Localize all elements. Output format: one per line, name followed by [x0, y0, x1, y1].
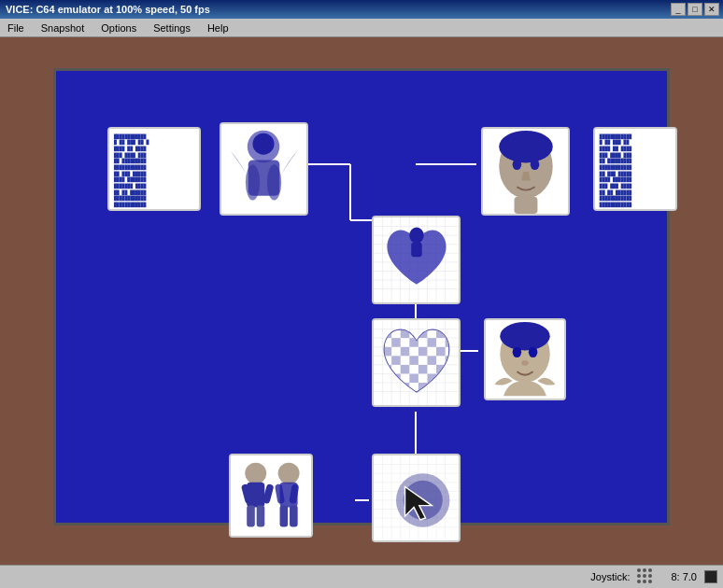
svg-text:███ ███ ████: ███ ███ ████	[599, 183, 632, 189]
svg-rect-94	[391, 338, 401, 347]
card-3-content	[483, 129, 568, 214]
card-2[interactable]	[220, 122, 308, 216]
svg-text:██ ██ ██████: ██ ██ ██████	[113, 189, 147, 195]
svg-point-122	[513, 346, 522, 357]
menu-settings[interactable]: Settings	[149, 21, 194, 35]
svg-rect-103	[391, 356, 401, 365]
dot-8	[643, 580, 646, 583]
card-1-content: ████████████ █ ██ ███ ██ █ ████ ██ ████ …	[109, 129, 199, 209]
svg-text:██ █████████: ██ █████████	[599, 158, 632, 164]
card-6[interactable]	[372, 318, 461, 407]
svg-rect-107	[427, 356, 436, 365]
joystick-indicator	[637, 568, 654, 585]
svg-point-23	[253, 133, 275, 154]
window-title: VICE: C64 emulator at 100% speed, 50 fps	[4, 4, 210, 15]
svg-text:██ ██ ██████: ██ ██ ██████	[599, 189, 632, 195]
svg-point-124	[521, 359, 529, 365]
svg-text:█ ██ ███ ██: █ ██ ███ ██	[599, 139, 630, 146]
svg-point-30	[513, 159, 522, 169]
svg-text:██ ███ █████: ██ ███ █████	[599, 170, 632, 176]
svg-point-26	[267, 164, 281, 200]
svg-rect-106	[418, 364, 428, 373]
window-controls[interactable]: _ □ ✕	[671, 3, 719, 16]
card-8[interactable]	[229, 454, 313, 538]
svg-rect-64	[411, 242, 421, 256]
maximize-button[interactable]: □	[688, 3, 702, 16]
card-3[interactable]	[481, 127, 570, 216]
svg-text:████████████: ████████████	[113, 133, 147, 139]
card-9-content	[374, 455, 459, 540]
dot-4	[637, 574, 641, 578]
svg-text:████████████: ████████████	[599, 133, 632, 139]
card-2-content	[221, 124, 306, 214]
svg-point-25	[246, 164, 260, 200]
menu-file[interactable]: File	[4, 21, 28, 35]
status-bar: Joystick: 8: 7.0	[0, 565, 723, 588]
card-4[interactable]: ████████████ █ ██ ███ ██ ████ ██ ████ ██…	[593, 127, 677, 211]
svg-point-29	[499, 130, 552, 161]
svg-text:████████████: ████████████	[113, 195, 147, 202]
svg-rect-114	[409, 373, 418, 383]
dot-5	[643, 574, 646, 578]
svg-text:████████████: ████████████	[599, 164, 632, 171]
card-4-content: ████████████ █ ██ ███ ██ ████ ██ ████ ██…	[595, 129, 675, 209]
svg-text:████████████: ████████████	[113, 164, 147, 171]
svg-rect-137	[290, 505, 298, 526]
svg-text:████ ██ ████: ████ ██ ████	[113, 145, 147, 151]
menu-snapshot[interactable]: Snapshot	[37, 21, 88, 35]
svg-point-121	[500, 321, 549, 350]
svg-point-123	[529, 346, 538, 357]
card-1[interactable]: ████████████ █ ██ ███ ██ █ ████ ██ ████ …	[107, 127, 201, 211]
card-7-content	[486, 320, 564, 399]
svg-point-63	[409, 227, 423, 243]
card-6-content	[374, 320, 459, 405]
speed-display: 8: 7.0	[671, 571, 697, 582]
card-5[interactable]	[372, 216, 461, 304]
card-5-content	[374, 217, 459, 302]
minimize-button[interactable]: _	[671, 3, 686, 16]
svg-rect-97	[418, 346, 428, 356]
svg-rect-105	[409, 356, 418, 365]
emulator-screen[interactable]: ████████████ █ ██ ███ ██ █ ████ ██ ████ …	[53, 68, 670, 525]
svg-text:████ ███████: ████ ███████	[599, 176, 632, 183]
svg-text:████ ██ ████: ████ ██ ████	[599, 145, 632, 151]
svg-rect-131	[257, 505, 265, 526]
svg-point-132	[278, 462, 300, 483]
svg-text:███████ ████: ███████ ████	[113, 183, 147, 189]
svg-rect-130	[247, 505, 255, 526]
dot-2	[643, 568, 646, 572]
svg-text:██ ███ █████: ██ ███ █████	[113, 170, 147, 176]
svg-text:███ ████ ███: ███ ████ ███	[113, 151, 147, 158]
menu-options[interactable]: Options	[97, 21, 140, 35]
joystick-label: Joystick:	[590, 571, 630, 582]
dot-7	[637, 580, 641, 583]
dot-6	[648, 574, 652, 578]
svg-text:██ █████████: ██ █████████	[113, 158, 147, 164]
menu-bar: File Snapshot Options Settings Help	[0, 19, 723, 37]
svg-text:████████████: ████████████	[599, 202, 632, 208]
card-7[interactable]	[484, 318, 566, 400]
card-8-content	[231, 455, 311, 536]
svg-rect-104	[401, 364, 410, 373]
svg-text:█ ██ ███ ██ █: █ ██ ███ ██ █	[113, 139, 149, 146]
led-indicator	[704, 570, 717, 583]
card-9[interactable]	[372, 454, 461, 542]
svg-rect-95	[401, 346, 410, 356]
svg-text:████ ███████: ████ ███████	[113, 176, 147, 183]
title-bar: VICE: C64 emulator at 100% speed, 50 fps…	[0, 0, 723, 19]
svg-text:████████████: ████████████	[113, 202, 147, 208]
dot-1	[637, 568, 641, 572]
svg-text:████████████: ████████████	[599, 195, 632, 202]
dot-9	[648, 580, 652, 583]
close-button[interactable]: ✕	[704, 3, 719, 16]
dot-3	[648, 568, 652, 572]
svg-rect-136	[280, 505, 289, 526]
menu-help[interactable]: Help	[204, 21, 233, 35]
svg-point-126	[245, 462, 266, 483]
svg-rect-99	[436, 346, 446, 356]
svg-text:███ ████ ███: ███ ████ ███	[599, 151, 632, 158]
svg-rect-98	[427, 338, 436, 347]
emulator-area: ████████████ █ ██ ███ ██ █ ████ ██ ████ …	[0, 37, 723, 555]
svg-point-31	[531, 159, 540, 169]
svg-rect-32	[515, 196, 538, 213]
